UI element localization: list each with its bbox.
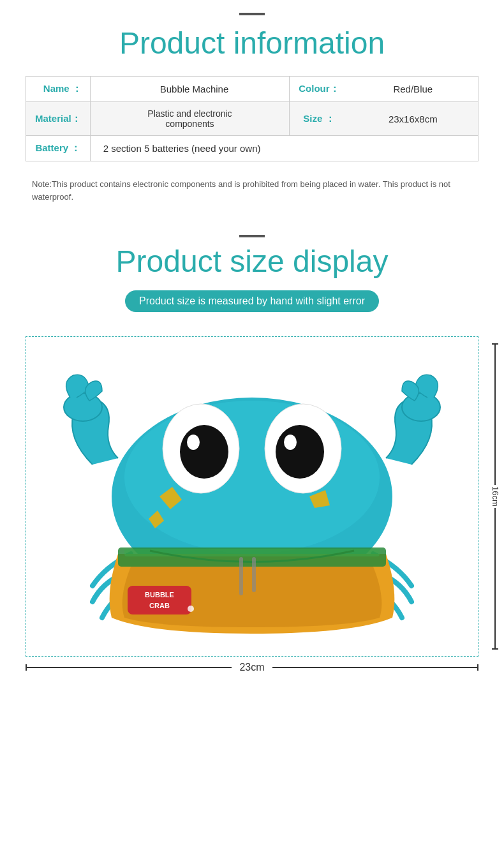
top-divider <box>239 13 265 15</box>
svg-rect-19 <box>239 557 243 595</box>
colour-value: Red/Blue <box>348 77 478 102</box>
size-divider <box>239 235 265 237</box>
svg-point-3 <box>124 401 380 554</box>
info-table: Name ： Bubble Machine Colour： Red/Blue M… <box>26 76 478 161</box>
section-title: Product information <box>26 26 478 61</box>
svg-point-7 <box>180 425 228 479</box>
table-row: Battery ： 2 section 5 batteries (need yo… <box>26 136 478 161</box>
size-display-section: Product size display Product size is mea… <box>0 216 504 336</box>
size-label: Size ： <box>290 102 348 136</box>
name-value: Bubble Machine <box>90 77 290 102</box>
product-info-section: Product information Name ： Bubble Machin… <box>0 0 504 216</box>
svg-point-11 <box>284 435 297 450</box>
size-value: 23x16x8cm <box>348 102 478 136</box>
vertical-ruler-label: 16cm <box>489 485 501 508</box>
name-label: Name ： <box>26 77 91 102</box>
crab-image: BUBBLE CRAB <box>33 343 471 650</box>
battery-value: 2 section 5 batteries (need your own) <box>90 136 478 161</box>
svg-point-8 <box>187 435 200 450</box>
crab-svg: BUBBLE CRAB <box>54 350 450 643</box>
svg-rect-15 <box>128 586 191 614</box>
battery-label: Battery ： <box>26 136 91 161</box>
svg-point-18 <box>188 606 194 612</box>
page-wrapper: Product information Name ： Bubble Machin… <box>0 0 504 699</box>
horizontal-ruler-label: 23cm <box>232 662 272 673</box>
product-image-box: BUBBLE CRAB 16cm <box>26 336 478 657</box>
table-row: Material： Plastic and electroniccomponen… <box>26 102 478 136</box>
note-text: Note:This product contains electronic co… <box>26 172 478 209</box>
svg-text:BUBBLE: BUBBLE <box>145 591 174 599</box>
vertical-ruler: 16cm <box>494 343 496 650</box>
table-row: Name ： Bubble Machine Colour： Red/Blue <box>26 77 478 102</box>
bottom-spacer <box>0 673 504 699</box>
horizontal-ruler: 23cm <box>26 662 478 673</box>
colour-label: Colour： <box>290 77 348 102</box>
size-title: Product size display <box>26 244 478 279</box>
material-value: Plastic and electroniccomponents <box>90 102 290 136</box>
size-badge: Product size is measured by hand with sl… <box>125 290 379 312</box>
svg-point-10 <box>276 425 324 479</box>
svg-text:CRAB: CRAB <box>149 602 170 609</box>
svg-rect-20 <box>252 557 256 592</box>
material-label: Material： <box>26 102 91 136</box>
